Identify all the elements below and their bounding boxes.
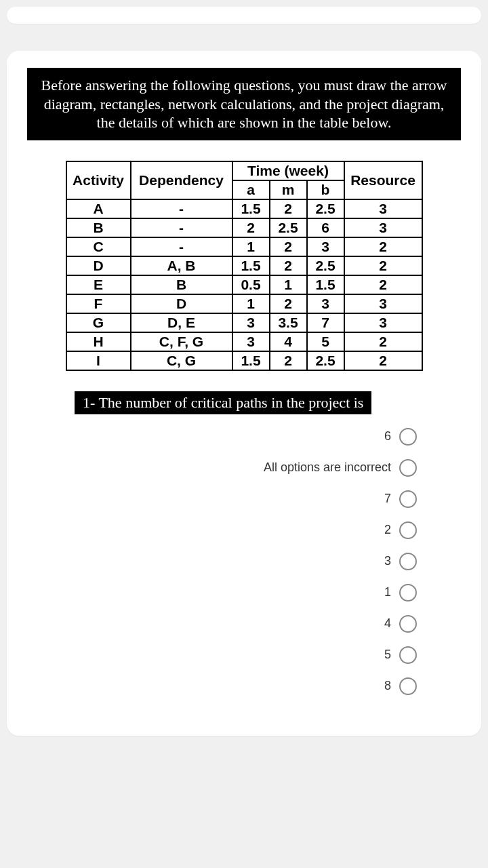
- cell-m: 2: [270, 294, 307, 313]
- table-row: A-1.522.53: [66, 199, 422, 218]
- option-row: 4: [7, 615, 417, 633]
- cell-b: 2.5: [307, 199, 344, 218]
- cell-b: 2.5: [307, 351, 344, 370]
- cell-activity: B: [66, 218, 131, 237]
- option-radio[interactable]: [399, 677, 417, 695]
- cell-resource: 3: [344, 199, 422, 218]
- option-label: 7: [384, 492, 391, 506]
- cell-b: 7: [307, 313, 344, 332]
- cell-m: 3.5: [270, 313, 307, 332]
- cell-activity: D: [66, 256, 131, 275]
- table-row: HC, F, G3452: [66, 332, 422, 351]
- options-list: 6All options are incorrect7231458: [7, 428, 481, 736]
- cell-m: 2: [270, 199, 307, 218]
- option-row: All options are incorrect: [7, 459, 417, 477]
- option-row: 8: [7, 677, 417, 695]
- instruction-text: Before answering the following questions…: [27, 68, 461, 140]
- option-label: 2: [384, 523, 391, 537]
- header-a: a: [232, 180, 270, 199]
- cell-dependency: -: [131, 237, 232, 256]
- option-row: 7: [7, 490, 417, 508]
- cell-dependency: C, G: [131, 351, 232, 370]
- cell-m: 2.5: [270, 218, 307, 237]
- option-row: 2: [7, 521, 417, 539]
- cell-a: 3: [232, 313, 270, 332]
- cell-dependency: C, F, G: [131, 332, 232, 351]
- cell-m: 2: [270, 256, 307, 275]
- cell-activity: H: [66, 332, 131, 351]
- cell-m: 2: [270, 351, 307, 370]
- cell-resource: 3: [344, 218, 422, 237]
- cell-a: 2: [232, 218, 270, 237]
- option-row: 3: [7, 553, 417, 570]
- cell-dependency: B: [131, 275, 232, 294]
- header-resource: Resource: [344, 161, 422, 199]
- cell-m: 4: [270, 332, 307, 351]
- table-container: Activity Dependency Time (week) Resource…: [7, 161, 481, 391]
- cell-dependency: -: [131, 218, 232, 237]
- cell-resource: 2: [344, 256, 422, 275]
- cell-resource: 2: [344, 275, 422, 294]
- cell-activity: I: [66, 351, 131, 370]
- cell-resource: 2: [344, 332, 422, 351]
- option-radio[interactable]: [399, 459, 417, 477]
- table-row: IC, G1.522.52: [66, 351, 422, 370]
- option-radio[interactable]: [399, 490, 417, 508]
- table-row: DA, B1.522.52: [66, 256, 422, 275]
- cell-a: 1: [232, 237, 270, 256]
- header-dependency: Dependency: [131, 161, 232, 199]
- option-radio[interactable]: [399, 646, 417, 664]
- header-activity: Activity: [66, 161, 131, 199]
- cell-activity: E: [66, 275, 131, 294]
- cell-b: 1.5: [307, 275, 344, 294]
- cell-resource: 3: [344, 294, 422, 313]
- option-label: 4: [384, 616, 391, 631]
- option-label: 1: [384, 585, 391, 599]
- cell-b: 5: [307, 332, 344, 351]
- question-card: Before answering the following questions…: [7, 51, 481, 736]
- cell-b: 2.5: [307, 256, 344, 275]
- table-row: C-1232: [66, 237, 422, 256]
- option-row: 5: [7, 646, 417, 664]
- cell-a: 1: [232, 294, 270, 313]
- cell-a: 1.5: [232, 256, 270, 275]
- cell-dependency: -: [131, 199, 232, 218]
- cell-b: 6: [307, 218, 344, 237]
- option-row: 1: [7, 584, 417, 601]
- cell-b: 3: [307, 237, 344, 256]
- option-label: 5: [384, 648, 391, 662]
- cell-a: 3: [232, 332, 270, 351]
- cell-resource: 2: [344, 237, 422, 256]
- cell-m: 2: [270, 237, 307, 256]
- option-radio[interactable]: [399, 428, 417, 446]
- option-label: All options are incorrect: [264, 460, 391, 475]
- table-row: EB0.511.52: [66, 275, 422, 294]
- question-text: 1- The number of critical paths in the p…: [75, 391, 371, 414]
- cell-activity: G: [66, 313, 131, 332]
- cell-dependency: D, E: [131, 313, 232, 332]
- option-row: 6: [7, 428, 417, 446]
- cell-resource: 3: [344, 313, 422, 332]
- option-label: 6: [384, 429, 391, 443]
- cell-dependency: A, B: [131, 256, 232, 275]
- cell-a: 0.5: [232, 275, 270, 294]
- header-time-group: Time (week): [232, 161, 344, 180]
- top-card: [7, 7, 481, 24]
- table-row: GD, E33.573: [66, 313, 422, 332]
- question-wrap: 1- The number of critical paths in the p…: [7, 391, 481, 428]
- cell-resource: 2: [344, 351, 422, 370]
- header-b: b: [307, 180, 344, 199]
- option-label: 3: [384, 554, 391, 568]
- cell-dependency: D: [131, 294, 232, 313]
- table-row: FD1233: [66, 294, 422, 313]
- option-radio[interactable]: [399, 521, 417, 539]
- cell-b: 3: [307, 294, 344, 313]
- cell-a: 1.5: [232, 351, 270, 370]
- option-radio[interactable]: [399, 584, 417, 601]
- option-label: 8: [384, 679, 391, 693]
- header-m: m: [270, 180, 307, 199]
- cell-activity: C: [66, 237, 131, 256]
- option-radio[interactable]: [399, 615, 417, 633]
- option-radio[interactable]: [399, 553, 417, 570]
- cell-activity: A: [66, 199, 131, 218]
